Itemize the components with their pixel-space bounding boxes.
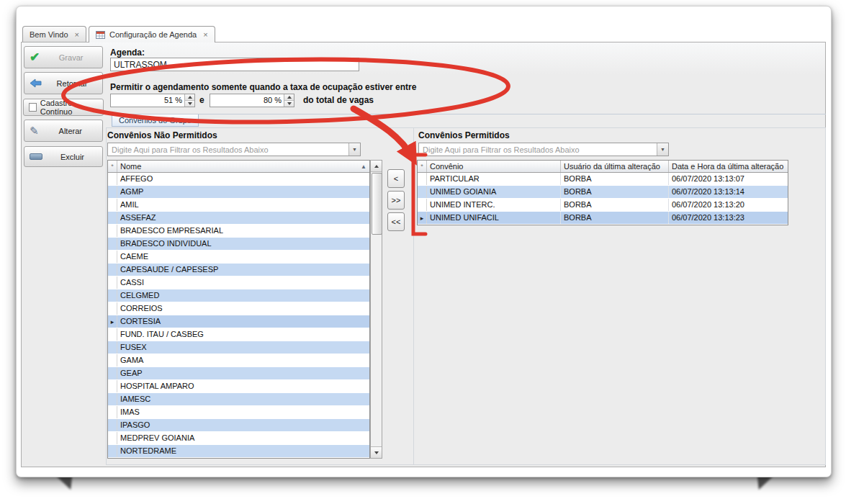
scroll-up-button[interactable] — [371, 161, 382, 172]
tab-convenios-do-grupo[interactable]: Convênios do Grupo — [112, 114, 199, 127]
list-item[interactable]: MEDPREV GOIANIA — [108, 432, 369, 445]
excluir-button[interactable]: Excluir — [24, 146, 103, 167]
list-item[interactable]: IPASGO — [108, 419, 369, 432]
list-item[interactable]: HOSPITAL AMPARO — [108, 380, 369, 393]
list-item[interactable]: AMIL — [108, 199, 369, 212]
convenio-name: CELGMED — [117, 289, 369, 302]
list-item[interactable]: AFFEGO — [108, 173, 369, 186]
retornar-button[interactable]: Retornar — [24, 72, 103, 94]
min-occupancy-spinner[interactable]: 51 % — [110, 94, 195, 107]
convenio-column-header[interactable]: Convênio — [427, 161, 561, 172]
convenio-name: GEAP — [117, 367, 369, 379]
spin-down-button[interactable] — [284, 100, 294, 107]
max-occupancy-value[interactable]: 80 % — [210, 94, 284, 107]
usuario-column-header[interactable]: Usuário da última alteração — [561, 161, 669, 172]
spin-up-button[interactable] — [284, 94, 294, 100]
table-row[interactable]: UNIMED GOIANIABORBA06/07/2020 13:13:14 — [418, 186, 788, 199]
convenio-name: CORTESIA — [117, 315, 369, 328]
row-indicator — [108, 341, 117, 354]
nao-permitidos-title: Convênios Não Permitidos — [107, 130, 217, 140]
list-item[interactable]: GAMA — [108, 354, 369, 367]
move-all-right-button[interactable]: >> — [387, 191, 405, 210]
nao-permitidos-filter-combo[interactable]: Digite Aqui para Filtrar os Resultados A… — [107, 143, 361, 156]
spin-down-button[interactable] — [185, 100, 194, 107]
list-item[interactable]: CORREIOS — [108, 302, 369, 315]
list-item[interactable]: CAPESAUDE / CAPESESP — [108, 264, 369, 276]
spinner-arrows — [184, 94, 194, 107]
list-item[interactable]: NORTEDRAME — [108, 445, 369, 458]
row-indicator: ▸ — [418, 212, 427, 224]
convenio-name: FUND. ITAU / CASBEG — [117, 328, 369, 341]
row-indicator — [108, 251, 117, 263]
max-occupancy-spinner[interactable]: 80 % — [210, 94, 294, 107]
row-indicator — [418, 173, 427, 185]
permitidos-rows: PARTICULARBORBA06/07/2020 13:13:07UNIMED… — [418, 173, 788, 225]
tab-bar: Bem Vindo × Configuração de Agenda × — [22, 26, 215, 42]
convenio-name: CASSI — [117, 276, 369, 289]
row-indicator — [108, 289, 117, 302]
row-indicator — [108, 225, 117, 237]
list-item[interactable]: ▸CORTESIA — [108, 315, 369, 328]
convenio-cell: UNIMED GOIANIA — [427, 186, 561, 198]
list-item[interactable]: FUND. ITAU / CASBEG — [108, 328, 369, 341]
data-hora-column-header[interactable]: Data e Hora da última alteração — [669, 161, 788, 172]
row-indicator — [108, 302, 117, 315]
tab-configuracao-de-agenda[interactable]: Configuração de Agenda × — [89, 26, 215, 42]
usuario-cell: BORBA — [561, 199, 669, 211]
alterar-button[interactable]: ✎ Alterar — [24, 120, 103, 142]
list-item[interactable]: CELGMED — [108, 289, 369, 302]
list-item[interactable]: CASSI — [108, 276, 369, 289]
calendar-icon — [96, 30, 105, 40]
nao-permitidos-rows: AFFEGOAGMPAMILASSEFAZBRADESCO EMPRESARIA… — [108, 173, 369, 458]
chevron-down-icon[interactable]: ▼ — [348, 143, 360, 156]
tab-bem-vindo[interactable]: Bem Vindo × — [22, 26, 86, 42]
list-item[interactable]: BRADESCO EMPRESARIAL — [108, 225, 369, 238]
separator-line — [106, 114, 826, 114]
convenio-name: AGMP — [117, 186, 369, 198]
list-item[interactable]: IMAS — [108, 406, 369, 419]
row-indicator — [108, 432, 117, 444]
header-indicator-icon: * — [418, 161, 427, 172]
table-row[interactable]: UNIMED INTERC.BORBA06/07/2020 13:13:20 — [418, 199, 788, 212]
list-item[interactable]: GEAP — [108, 367, 369, 380]
list-item[interactable]: CAEME — [108, 251, 369, 264]
list-item[interactable]: AGMP — [108, 186, 369, 199]
cadastro-continuo-label: Cadastro Contínuo — [40, 99, 98, 116]
convenio-name: FUSEX — [117, 341, 369, 354]
move-all-left-button[interactable]: << — [387, 212, 405, 231]
usuario-cell: BORBA — [561, 173, 669, 185]
convenio-name: BRADESCO INDIVIDUAL — [117, 238, 369, 250]
min-occupancy-value[interactable]: 51 % — [111, 94, 184, 107]
sort-asc-icon: ▲ — [358, 163, 366, 170]
row-indicator — [108, 445, 117, 457]
vertical-scrollbar[interactable] — [370, 160, 382, 459]
list-item[interactable]: FUSEX — [108, 341, 369, 354]
convenio-name: ASSEFAZ — [117, 212, 369, 224]
tab-close-icon[interactable]: × — [203, 30, 207, 39]
spin-up-button[interactable] — [185, 94, 194, 100]
convenio-name: HOSPITAL AMPARO — [117, 380, 369, 392]
table-row[interactable]: PARTICULARBORBA06/07/2020 13:13:07 — [418, 173, 788, 186]
filter-placeholder: Digite Aqui para Filtrar os Resultados A… — [108, 143, 348, 156]
scroll-down-button[interactable] — [371, 446, 382, 458]
pencil-icon: ✎ — [30, 125, 39, 136]
row-indicator — [108, 199, 117, 211]
tab-close-icon[interactable]: × — [75, 30, 79, 39]
permitidos-filter-combo[interactable]: Digite Aqui para Filtrar os Resultados A… — [418, 143, 669, 156]
table-row[interactable]: ▸UNIMED UNIFACILBORBA06/07/2020 13:13:23 — [418, 212, 788, 225]
check-icon: ✔ — [30, 51, 40, 63]
convenio-name: NORTEDRAME — [117, 445, 369, 457]
gravar-button[interactable]: ✔ Gravar — [24, 46, 103, 68]
excluir-label: Excluir — [48, 153, 97, 161]
nome-column-header[interactable]: Nome ▲ — [117, 161, 369, 172]
convenio-name: GAMA — [117, 354, 369, 366]
list-item[interactable]: BRADESCO INDIVIDUAL — [108, 238, 369, 251]
checkbox-icon[interactable] — [29, 103, 37, 112]
list-item[interactable]: IAMESC — [108, 393, 369, 406]
chevron-down-icon[interactable]: ▼ — [657, 143, 668, 156]
agenda-input[interactable] — [110, 58, 359, 71]
scrollbar-thumb[interactable] — [372, 173, 382, 235]
list-item[interactable]: ASSEFAZ — [108, 212, 369, 225]
move-left-button[interactable]: < — [387, 169, 405, 188]
cadastro-continuo-checkbox[interactable]: Cadastro Contínuo — [23, 99, 104, 116]
